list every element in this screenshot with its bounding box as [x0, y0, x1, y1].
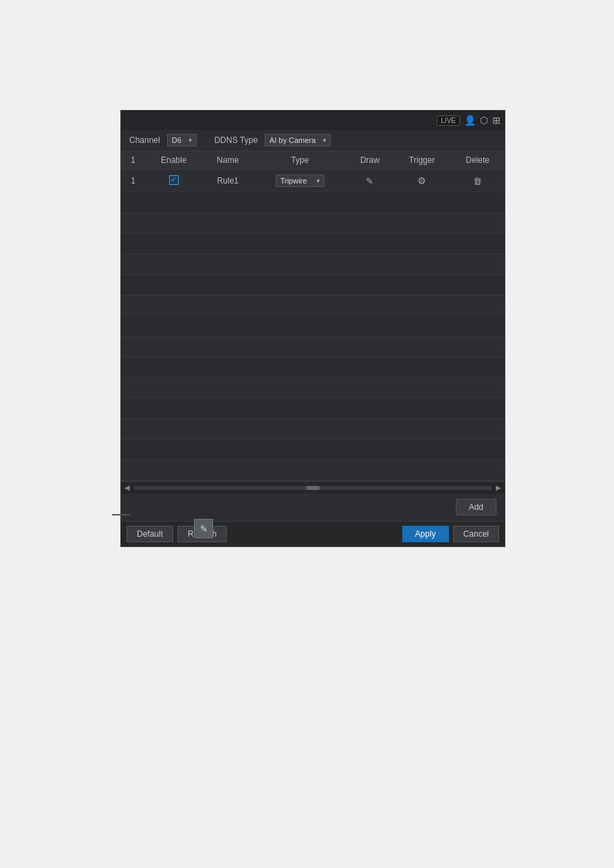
- channel-select-wrapper[interactable]: D6 D1D2D3 D4D5D7D8: [167, 134, 197, 146]
- table-row: [121, 460, 505, 481]
- bottom-bar: Default Refresh Apply Cancel: [121, 521, 505, 546]
- small-edit-button[interactable]: ✎: [194, 519, 213, 538]
- col-enable: Enable: [145, 151, 202, 170]
- cancel-button[interactable]: Cancel: [453, 526, 499, 542]
- row-draw[interactable]: ✎: [347, 170, 393, 192]
- table-row: [121, 357, 505, 378]
- row-num: 1: [121, 170, 145, 192]
- channel-select[interactable]: D6 D1D2D3 D4D5D7D8: [167, 134, 197, 146]
- row-delete[interactable]: 🗑: [450, 170, 505, 192]
- table-row: [121, 296, 505, 316]
- table-row: [121, 337, 505, 357]
- scroll-track[interactable]: [134, 486, 492, 490]
- live-badge: LIVE: [437, 115, 460, 126]
- col-delete: Delete: [450, 151, 505, 170]
- ddns-select-wrapper[interactable]: AI by Camera AI by NVR: [265, 134, 331, 146]
- row-name: Rule1: [202, 170, 254, 192]
- enable-checkbox[interactable]: [169, 175, 179, 185]
- table-row: [121, 440, 505, 460]
- table-row: [121, 254, 505, 275]
- row-type[interactable]: Tripwire Intrusion: [254, 170, 347, 192]
- table-row: [121, 213, 505, 234]
- scroll-right-button[interactable]: ▶: [494, 484, 503, 491]
- table-row: [121, 399, 505, 419]
- settings-icon[interactable]: ⊞: [492, 115, 501, 126]
- table-row: [121, 234, 505, 254]
- channel-label: Channel: [129, 135, 160, 145]
- table-row: [121, 192, 505, 213]
- col-type: Type: [254, 151, 347, 170]
- main-dialog: LIVE 👤 ⬡ ⊞ Channel D6 D1D2D3 D4D5D7D8 DD…: [120, 110, 505, 547]
- ddns-label: DDNS Type: [215, 135, 258, 145]
- trigger-icon[interactable]: ⚙: [417, 175, 426, 186]
- network-icon[interactable]: ⬡: [480, 115, 488, 126]
- row-trigger[interactable]: ⚙: [393, 170, 450, 192]
- table-row: 1 Rule1 Tripwire Intrusion: [121, 170, 505, 192]
- table-row: [121, 378, 505, 399]
- type-select[interactable]: Tripwire Intrusion: [276, 175, 325, 187]
- channel-row: Channel D6 D1D2D3 D4D5D7D8 DDNS Type AI …: [121, 130, 505, 151]
- col-trigger: Trigger: [393, 151, 450, 170]
- ddns-select[interactable]: AI by Camera AI by NVR: [265, 134, 331, 146]
- col-name: Name: [202, 151, 254, 170]
- user-icon[interactable]: 👤: [464, 115, 476, 126]
- rules-table: 1 Enable Name Type Draw Trigger Delete 1…: [121, 151, 505, 481]
- table-row: [121, 419, 505, 440]
- delete-icon[interactable]: 🗑: [473, 176, 482, 186]
- table-header-row: 1 Enable Name Type Draw Trigger Delete: [121, 151, 505, 170]
- table-row: [121, 275, 505, 296]
- scroll-left-button[interactable]: ◀: [122, 484, 132, 491]
- apply-button[interactable]: Apply: [402, 526, 449, 542]
- row-enable[interactable]: [145, 170, 202, 192]
- type-select-wrapper[interactable]: Tripwire Intrusion: [276, 175, 325, 187]
- add-area: Add: [121, 493, 505, 521]
- col-draw: Draw: [347, 151, 393, 170]
- horizontal-scrollbar[interactable]: ◀ ▶: [121, 481, 505, 493]
- draw-icon[interactable]: ✎: [366, 176, 373, 186]
- underline-mark: [112, 514, 130, 515]
- dialog-topbar: LIVE 👤 ⬡ ⊞: [121, 111, 505, 130]
- add-button[interactable]: Add: [456, 499, 496, 515]
- table-row: [121, 316, 505, 337]
- edit-pencil-icon: ✎: [200, 524, 208, 534]
- default-button[interactable]: Default: [127, 526, 173, 542]
- col-num: 1: [121, 151, 145, 170]
- scroll-thumb[interactable]: [306, 486, 320, 490]
